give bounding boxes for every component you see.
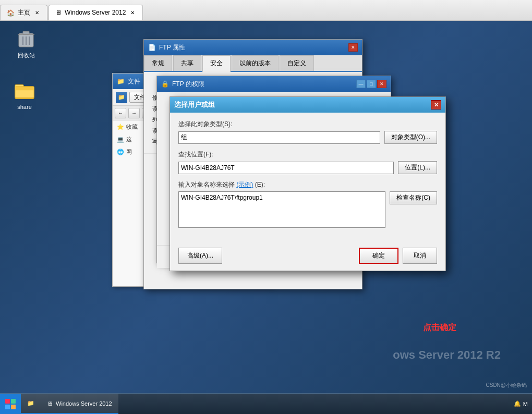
ftp-perms-titlebar: 🔒 FTP 的权限 — □ ✕ (157, 76, 391, 92)
location-input[interactable] (178, 162, 394, 174)
sidebar-favorites-label: 收藏 (126, 123, 138, 131)
object-type-input[interactable] (178, 131, 380, 144)
server-icon: 🖥 (55, 9, 62, 16)
location-row: 位置(L)... (178, 161, 437, 174)
home-icon: 🏠 (7, 9, 15, 17)
tab-home[interactable]: 🏠 主页 ✕ (0, 5, 47, 20)
share-folder-label: share (17, 104, 32, 110)
windows-logo (5, 399, 16, 409)
recycle-bin-icon[interactable]: 回收站 (8, 29, 44, 59)
sidebar-network-label: 网 (126, 148, 132, 156)
explorer-logo: 📁 (116, 92, 127, 103)
ftp-props-close[interactable]: ✕ (348, 43, 358, 52)
tray-icon: 🔔 (514, 400, 521, 407)
recycle-bin-image (16, 29, 37, 50)
advanced-button[interactable]: 高级(A)... (178, 248, 222, 264)
star-icon: ⭐ (117, 124, 124, 130)
recycle-bin-label: 回收站 (18, 52, 35, 58)
sidebar-this-pc-label: 这 (126, 136, 132, 143)
watermark-credit: CSDN@小绘杂码 (486, 382, 527, 389)
share-folder-icon[interactable]: share (6, 81, 43, 110)
select-user-footer: 高级(A)... 确定 取消 (170, 243, 445, 268)
ftp-props-titlebar: 📄 FTP 属性 ✕ (144, 40, 362, 55)
ok-button[interactable]: 确定 (359, 248, 398, 264)
select-user-titlebar: 选择用户或组 ✕ (170, 97, 445, 113)
location-label: 查找位置(F): (178, 150, 437, 159)
explorer-folder-icon: 📁 (117, 78, 125, 85)
ftp-perms-title: FTP 的权限 (172, 80, 204, 89)
taskbar-explorer-icon: 📁 (27, 400, 34, 407)
object-name-label: 输入对象名称来选择 (示例) (E): (178, 180, 437, 189)
desktop: 🏠 主页 ✕ 🖥 Windows Server 2012 ✕ 回收站 (0, 0, 532, 414)
tab-previous[interactable]: 以前的版本 (232, 55, 279, 71)
ftp-perms-minimize[interactable]: — (356, 80, 366, 88)
taskbar-server-icon: 🖥 (47, 400, 53, 407)
tab-server[interactable]: 🖥 Windows Server 2012 ✕ (49, 5, 143, 20)
tab-custom[interactable]: 自定义 (280, 55, 314, 71)
tab-general[interactable]: 常规 (144, 55, 172, 71)
share-folder-image (14, 81, 35, 102)
taskbar-server-label: Windows Server 2012 (56, 400, 112, 407)
ftp-props-title: FTP 属性 (159, 43, 185, 52)
cancel-button[interactable]: 取消 (403, 248, 437, 264)
ftp-perms-icon: 🔒 (161, 80, 169, 88)
tab-share[interactable]: 共享 (173, 55, 201, 71)
select-user-body: 选择此对象类型(S): 对象类型(O)... 查找位置(F): 位置(L)...… (170, 113, 445, 241)
object-name-input[interactable] (178, 191, 385, 228)
annotation-text: 点击确定 (423, 322, 456, 333)
tray-time: M (523, 401, 528, 407)
tab-server-label: Windows Server 2012 (65, 9, 126, 16)
taskbar: 📁 🖥 Windows Server 2012 🔔 M (0, 393, 532, 414)
ftp-perms-close[interactable]: ✕ (377, 80, 386, 88)
network-icon: 🌐 (117, 149, 124, 155)
taskbar-explorer-item[interactable]: 📁 (21, 394, 41, 414)
object-type-row: 对象类型(O)... (178, 131, 437, 144)
object-name-row: 检查名称(C) (178, 191, 437, 228)
tab-home-label: 主页 (18, 8, 30, 17)
tab-security[interactable]: 安全 (202, 55, 231, 72)
svg-rect-1 (23, 31, 29, 34)
nav-forward[interactable]: → (128, 108, 140, 118)
select-user-close[interactable]: ✕ (431, 100, 441, 109)
select-user-dialog: 选择用户或组 ✕ 选择此对象类型(S): 对象类型(O)... 查找位置(F):… (170, 96, 446, 271)
taskbar-items: 📁 🖥 Windows Server 2012 (21, 394, 510, 414)
watermark-text: ows Server 2012 R2 (393, 348, 501, 362)
ftp-perms-maximize[interactable]: □ (367, 80, 376, 88)
object-type-label: 选择此对象类型(S): (178, 120, 437, 129)
taskbar-tray: 🔔 M (510, 400, 532, 407)
taskbar-server-item[interactable]: 🖥 Windows Server 2012 (41, 394, 118, 414)
computer-icon: 💻 (117, 136, 124, 143)
svg-rect-9 (15, 87, 34, 90)
tab-home-close[interactable]: ✕ (33, 9, 41, 17)
nav-back[interactable]: ← (115, 108, 126, 118)
example-link[interactable]: (示例) (236, 181, 253, 188)
ftp-props-icon: 📄 (148, 44, 156, 51)
check-name-button[interactable]: 检查名称(C) (390, 191, 437, 204)
select-user-title: 选择用户或组 (174, 100, 215, 109)
explorer-title: 文件 (128, 77, 140, 86)
tab-server-close[interactable]: ✕ (129, 9, 136, 16)
location-button[interactable]: 位置(L)... (398, 161, 437, 174)
browser-titlebar: 🏠 主页 ✕ 🖥 Windows Server 2012 ✕ (0, 0, 532, 21)
start-button[interactable] (0, 394, 21, 415)
ftp-props-tabs: 常规 共享 安全 以前的版本 自定义 (144, 55, 362, 72)
object-type-button[interactable]: 对象类型(O)... (384, 131, 437, 144)
